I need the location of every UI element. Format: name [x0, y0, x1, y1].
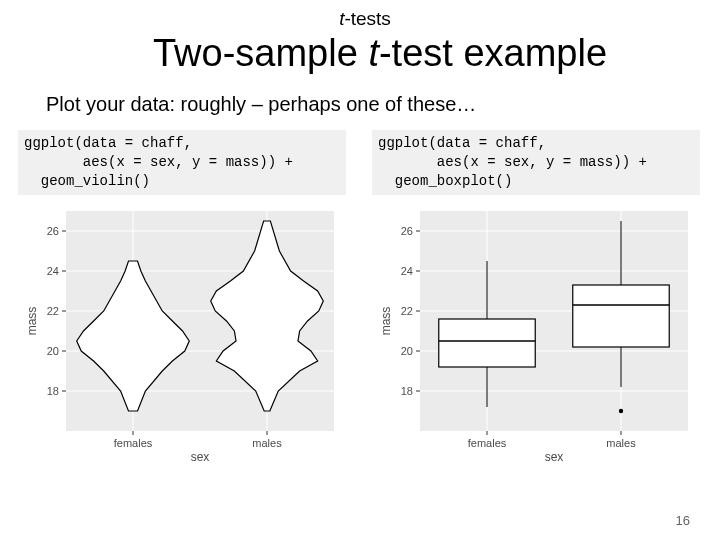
svg-rect-54 — [573, 285, 669, 347]
svg-text:22: 22 — [47, 305, 59, 317]
plot-boxplot: 1820222426femalesmalesmasssex — [372, 205, 700, 465]
svg-rect-50 — [439, 319, 535, 367]
svg-text:sex: sex — [545, 450, 564, 464]
svg-text:males: males — [606, 437, 636, 449]
slide: t-tests Two-sample t-test example Plot y… — [0, 0, 720, 475]
svg-point-56 — [619, 408, 623, 412]
columns: ggplot(data = chaff, aes(x = sex, y = ma… — [18, 130, 700, 465]
svg-text:24: 24 — [401, 265, 413, 277]
svg-text:sex: sex — [191, 450, 210, 464]
svg-text:18: 18 — [47, 385, 59, 397]
svg-text:mass: mass — [25, 306, 39, 335]
col-right: ggplot(data = chaff, aes(x = sex, y = ma… — [372, 130, 700, 465]
svg-text:18: 18 — [401, 385, 413, 397]
svg-text:20: 20 — [401, 345, 413, 357]
svg-text:males: males — [252, 437, 282, 449]
svg-text:females: females — [114, 437, 153, 449]
svg-text:females: females — [468, 437, 507, 449]
topic-line: t-tests — [40, 8, 690, 30]
title-post: -test example — [379, 32, 607, 74]
subtitle: Plot your data: roughly – perhaps one of… — [46, 93, 690, 116]
svg-text:24: 24 — [47, 265, 59, 277]
code-violin: ggplot(data = chaff, aes(x = sex, y = ma… — [18, 130, 346, 195]
page-title: Two-sample t-test example — [80, 32, 680, 75]
title-pre: Two-sample — [153, 32, 368, 74]
svg-text:26: 26 — [47, 225, 59, 237]
svg-text:26: 26 — [401, 225, 413, 237]
svg-text:22: 22 — [401, 305, 413, 317]
svg-text:mass: mass — [379, 306, 393, 335]
title-italic: t — [368, 32, 379, 74]
col-left: ggplot(data = chaff, aes(x = sex, y = ma… — [18, 130, 346, 465]
plot-violin: 1820222426femalesmalesmasssex — [18, 205, 346, 465]
svg-text:20: 20 — [47, 345, 59, 357]
topic-rest: -tests — [344, 8, 390, 29]
code-boxplot: ggplot(data = chaff, aes(x = sex, y = ma… — [372, 130, 700, 195]
page-number: 16 — [676, 513, 690, 528]
